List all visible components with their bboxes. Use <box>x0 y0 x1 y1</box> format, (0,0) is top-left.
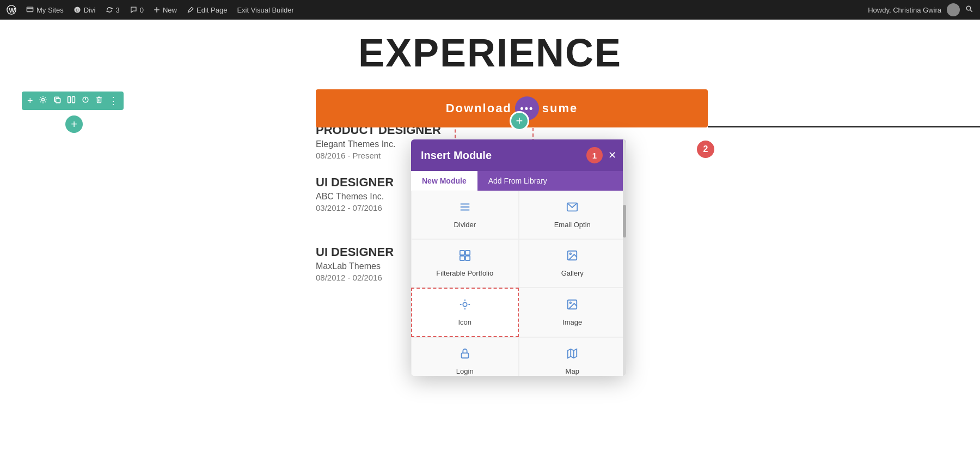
download-text-after: sume <box>542 101 578 115</box>
scrollbar-thumb <box>623 205 626 237</box>
svg-text:D: D <box>76 8 78 12</box>
admin-bar-right: Howdy, Christina Gwira <box>868 3 973 16</box>
avatar <box>947 3 960 16</box>
svg-point-34 <box>570 253 572 254</box>
badge-2: 2 <box>697 141 714 158</box>
panel-scrollbar[interactable] <box>623 139 626 376</box>
download-text-before: Download <box>446 101 512 115</box>
svg-rect-29 <box>460 251 464 255</box>
image-icon <box>566 298 578 314</box>
icon-icon <box>459 298 471 314</box>
module-item-map[interactable]: Map <box>519 337 627 376</box>
filterable-portfolio-label: Filterable Portfolio <box>436 269 493 277</box>
tab-new-module[interactable]: New Module <box>411 171 477 191</box>
panel-badge: 1 <box>586 147 603 163</box>
page-content: EXPERIENCE + ⋮ + + <box>0 20 980 144</box>
row-settings-icon[interactable] <box>39 95 47 106</box>
wp-logo[interactable]: W <box>7 5 16 15</box>
svg-text:W: W <box>9 7 16 14</box>
add-row-button[interactable]: + <box>65 115 83 133</box>
row-toolbar: + ⋮ <box>22 92 124 110</box>
updates-link[interactable]: 3 <box>106 6 120 14</box>
login-icon <box>459 348 471 363</box>
comments-link[interactable]: 0 <box>130 6 144 14</box>
gallery-icon <box>566 249 578 265</box>
module-item-gallery[interactable]: Gallery <box>519 239 627 288</box>
panel-close-button[interactable]: ✕ <box>608 149 616 161</box>
gallery-label: Gallery <box>561 269 584 277</box>
svg-rect-2 <box>27 7 33 11</box>
search-icon[interactable] <box>965 5 973 15</box>
svg-rect-32 <box>465 256 470 260</box>
panel-tabs: New Module Add From Library <box>411 171 626 191</box>
module-item-email-optin[interactable]: Email Optin <box>519 191 627 239</box>
svg-rect-30 <box>465 251 470 255</box>
svg-point-7 <box>966 6 971 10</box>
row-more-icon[interactable]: ⋮ <box>108 95 118 107</box>
svg-point-41 <box>570 302 572 303</box>
row-delete-icon[interactable] <box>95 95 103 106</box>
svg-rect-13 <box>72 96 75 102</box>
bottom-border-line <box>708 126 980 127</box>
email-optin-icon <box>566 201 578 216</box>
edit-page-link[interactable]: Edit Page <box>187 6 227 14</box>
svg-rect-31 <box>460 256 464 260</box>
svg-rect-42 <box>461 353 468 358</box>
panel-header: Insert Module 1 ✕ <box>411 139 626 171</box>
row-add-icon[interactable]: + <box>27 95 33 107</box>
module-grid: DividerEmail OptinFilterable PortfolioGa… <box>411 191 626 376</box>
my-sites-link[interactable]: My Sites <box>26 6 64 14</box>
module-item-filterable-portfolio[interactable]: Filterable Portfolio <box>411 239 519 288</box>
insert-module-panel: Insert Module 1 ✕ New Module Add From Li… <box>411 139 626 376</box>
module-item-icon[interactable]: Icon <box>411 288 519 337</box>
login-label: Login <box>456 367 474 375</box>
add-module-button[interactable]: + <box>510 111 529 131</box>
exit-visual-builder-link[interactable]: Exit Visual Builder <box>237 6 294 14</box>
svg-line-8 <box>970 10 972 12</box>
svg-rect-12 <box>68 96 70 102</box>
admin-bar: W My Sites D Divi 3 0 New Edit Page Exit… <box>0 0 980 20</box>
module-item-image[interactable]: Image <box>519 288 627 337</box>
divider-label: Divider <box>454 221 476 229</box>
divi-link[interactable]: D Divi <box>74 6 96 14</box>
module-item-divider[interactable]: Divider <box>411 191 519 239</box>
svg-marker-43 <box>568 349 577 358</box>
row-clone-icon[interactable] <box>53 95 62 106</box>
svg-rect-11 <box>56 99 60 103</box>
row-toggle-icon[interactable] <box>81 95 90 106</box>
divider-icon <box>459 201 471 216</box>
panel-title: Insert Module <box>421 149 581 162</box>
row-columns-icon[interactable] <box>67 95 76 106</box>
email-optin-label: Email Optin <box>554 221 591 229</box>
image-label: Image <box>562 318 582 326</box>
icon-label: Icon <box>458 318 471 326</box>
svg-point-9 <box>41 99 44 101</box>
module-item-login[interactable]: Login <box>411 337 519 376</box>
map-label: Map <box>566 367 579 375</box>
map-icon <box>566 348 578 363</box>
tab-add-from-library[interactable]: Add From Library <box>477 171 558 191</box>
svg-point-35 <box>463 302 467 306</box>
svg-rect-16 <box>97 98 101 103</box>
experience-title: EXPERIENCE <box>22 31 958 75</box>
filterable-portfolio-icon <box>459 249 471 265</box>
new-link[interactable]: New <box>154 6 177 14</box>
